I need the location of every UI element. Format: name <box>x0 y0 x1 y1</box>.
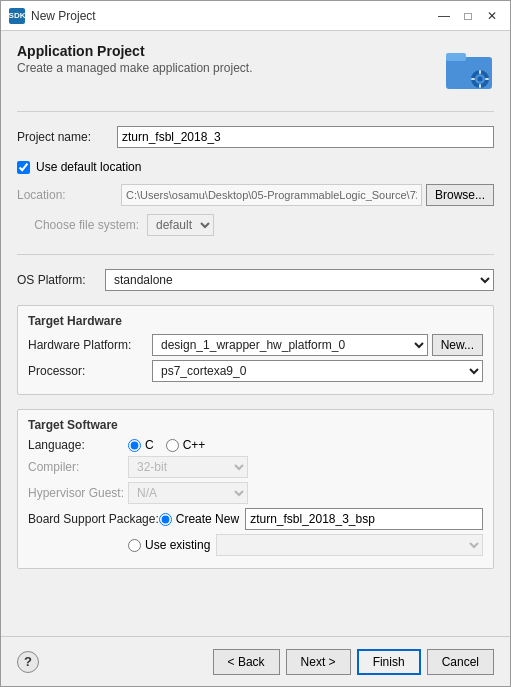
svg-rect-6 <box>479 84 481 88</box>
target-hardware-group: Target Hardware Hardware Platform: desig… <box>17 305 494 395</box>
filesystem-select[interactable]: default <box>147 214 214 236</box>
help-button[interactable]: ? <box>17 651 39 673</box>
header-separator <box>17 111 494 112</box>
finish-button[interactable]: Finish <box>357 649 421 675</box>
language-c-radio[interactable] <box>128 439 141 452</box>
processor-select[interactable]: ps7_cortexa9_0 <box>152 360 483 382</box>
use-existing-label[interactable]: Use existing <box>128 538 210 552</box>
language-cpp-text: C++ <box>183 438 206 452</box>
use-default-location-label: Use default location <box>36 160 141 174</box>
header-icon <box>444 43 494 93</box>
use-existing-radio[interactable] <box>128 539 141 552</box>
bsp-create-row: Board Support Package: Create New <box>28 508 483 530</box>
maximize-button[interactable]: □ <box>458 8 478 24</box>
separator-2 <box>17 254 494 255</box>
cancel-button[interactable]: Cancel <box>427 649 494 675</box>
target-software-group: Target Software Language: C C++ Com <box>17 409 494 569</box>
page-title: Application Project <box>17 43 252 59</box>
hw-platform-select[interactable]: design_1_wrapper_hw_platform_0 <box>152 334 428 356</box>
language-radio-group: C C++ <box>128 438 205 452</box>
hypervisor-row: Hypervisor Guest: N/A <box>28 482 483 504</box>
project-name-row: Project name: <box>17 126 494 148</box>
back-button[interactable]: < Back <box>213 649 280 675</box>
dialog-content: Application Project Create a managed mak… <box>1 31 510 636</box>
new-hw-button[interactable]: New... <box>432 334 483 356</box>
footer-left: ? <box>17 651 39 673</box>
footer-right: < Back Next > Finish Cancel <box>213 649 494 675</box>
use-existing-text: Use existing <box>145 538 210 552</box>
os-platform-row: OS Platform: standalone <box>17 269 494 291</box>
header-section: Application Project Create a managed mak… <box>17 43 494 93</box>
svg-rect-7 <box>471 78 475 80</box>
window-title: New Project <box>31 9 434 23</box>
compiler-select: 32-bit <box>128 456 248 478</box>
use-existing-select <box>216 534 483 556</box>
hw-platform-label: Hardware Platform: <box>28 338 148 352</box>
project-name-input[interactable] <box>117 126 494 148</box>
language-c-text: C <box>145 438 154 452</box>
processor-row: Processor: ps7_cortexa9_0 <box>28 360 483 382</box>
os-platform-select[interactable]: standalone <box>105 269 494 291</box>
target-hardware-title: Target Hardware <box>28 314 483 328</box>
language-cpp-radio[interactable] <box>166 439 179 452</box>
bsp-name-input[interactable] <box>245 508 483 530</box>
browse-button[interactable]: Browse... <box>426 184 494 206</box>
hypervisor-select: N/A <box>128 482 248 504</box>
page-subtitle: Create a managed make application projec… <box>17 61 252 75</box>
bsp-create-group: Create New <box>159 508 483 530</box>
location-input[interactable] <box>121 184 422 206</box>
window-controls: — □ ✕ <box>434 8 502 24</box>
title-bar: SDK New Project — □ ✕ <box>1 1 510 31</box>
project-icon-svg <box>444 43 494 93</box>
use-default-location-checkbox[interactable] <box>17 161 30 174</box>
create-new-radio[interactable] <box>159 513 172 526</box>
create-new-label[interactable]: Create New <box>159 512 239 526</box>
header-text: Application Project Create a managed mak… <box>17 43 252 75</box>
target-software-title: Target Software <box>28 418 483 432</box>
app-icon: SDK <box>9 8 25 24</box>
hardware-platform-row: Hardware Platform: design_1_wrapper_hw_p… <box>28 334 483 356</box>
bsp-use-existing-row: Use existing <box>28 534 483 556</box>
language-label: Language: <box>28 438 128 452</box>
location-label: Location: <box>17 188 117 202</box>
bsp-section: Board Support Package: Create New <box>28 508 483 556</box>
svg-rect-8 <box>485 78 489 80</box>
language-row: Language: C C++ <box>28 438 483 452</box>
compiler-label: Compiler: <box>28 460 128 474</box>
svg-point-4 <box>478 77 483 82</box>
os-platform-label: OS Platform: <box>17 273 97 287</box>
processor-label: Processor: <box>28 364 148 378</box>
use-default-location-row: Use default location <box>17 160 494 174</box>
project-name-label: Project name: <box>17 130 117 144</box>
next-button[interactable]: Next > <box>286 649 351 675</box>
hypervisor-label: Hypervisor Guest: <box>28 486 128 500</box>
compiler-row: Compiler: 32-bit <box>28 456 483 478</box>
svg-rect-1 <box>446 53 466 61</box>
close-button[interactable]: ✕ <box>482 8 502 24</box>
main-window: SDK New Project — □ ✕ Application Projec… <box>0 0 511 687</box>
filesystem-row: Choose file system: default <box>17 214 494 236</box>
filesystem-label: Choose file system: <box>17 218 147 232</box>
dialog-footer: ? < Back Next > Finish Cancel <box>1 636 510 686</box>
language-cpp-label[interactable]: C++ <box>166 438 206 452</box>
svg-rect-5 <box>479 70 481 74</box>
minimize-button[interactable]: — <box>434 8 454 24</box>
language-c-label[interactable]: C <box>128 438 154 452</box>
bsp-label: Board Support Package: <box>28 512 159 526</box>
bsp-use-existing-group: Use existing <box>128 534 483 556</box>
create-new-text: Create New <box>176 512 239 526</box>
location-row: Location: Browse... <box>17 184 494 206</box>
